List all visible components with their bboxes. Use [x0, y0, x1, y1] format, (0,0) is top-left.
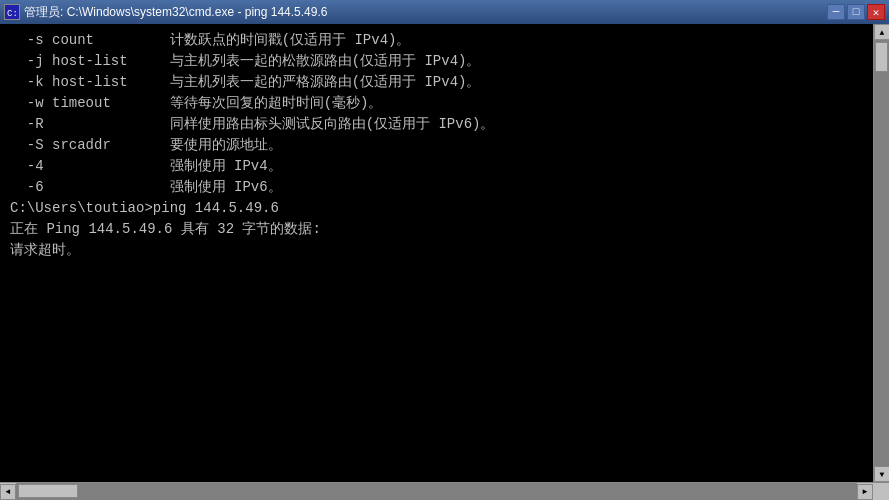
console-line: -k host-list 与主机列表一起的严格源路由(仅适用于 IPv4)。 [10, 72, 863, 93]
scrollbar-track-vertical[interactable] [874, 40, 889, 466]
console-line: 正在 Ping 144.5.49.6 具有 32 字节的数据: [10, 219, 863, 240]
scroll-up-button[interactable]: ▲ [874, 24, 889, 40]
scroll-right-button[interactable]: ► [857, 484, 873, 500]
titlebar-left: C: 管理员: C:\Windows\system32\cmd.exe - pi… [4, 4, 327, 21]
scrollbar-thumb-vertical[interactable] [875, 42, 888, 72]
scrollbar-corner [873, 483, 889, 501]
console-line: 请求超时。 [10, 240, 863, 261]
scrollbar-track-horizontal[interactable] [16, 483, 857, 500]
scrollbar-vertical[interactable]: ▲ ▼ [873, 24, 889, 482]
cmd-icon: C: [4, 4, 20, 20]
scroll-down-button[interactable]: ▼ [874, 466, 889, 482]
close-button[interactable]: ✕ [867, 4, 885, 20]
statusbar: ◄ ► [0, 482, 889, 500]
console-line: -S srcaddr 要使用的源地址。 [10, 135, 863, 156]
maximize-button[interactable]: □ [847, 4, 865, 20]
minimize-button[interactable]: ─ [827, 4, 845, 20]
window-title: 管理员: C:\Windows\system32\cmd.exe - ping … [24, 4, 327, 21]
scroll-left-button[interactable]: ◄ [0, 484, 16, 500]
console-area: -s count 计数跃点的时间戳(仅适用于 IPv4)。 -j host-li… [0, 24, 873, 482]
console-line: -6 强制使用 IPv6。 [10, 177, 863, 198]
titlebar-buttons: ─ □ ✕ [827, 4, 885, 20]
svg-text:C:: C: [7, 9, 18, 19]
console-line: -j host-list 与主机列表一起的松散源路由(仅适用于 IPv4)。 [10, 51, 863, 72]
console-line: -R 同样使用路由标头测试反向路由(仅适用于 IPv6)。 [10, 114, 863, 135]
console-line: -s count 计数跃点的时间戳(仅适用于 IPv4)。 [10, 30, 863, 51]
console-content: -s count 计数跃点的时间戳(仅适用于 IPv4)。 -j host-li… [0, 24, 873, 267]
console-line: C:\Users\toutiao>ping 144.5.49.6 [10, 198, 863, 219]
console-line: -w timeout 等待每次回复的超时时间(毫秒)。 [10, 93, 863, 114]
scrollbar-thumb-horizontal[interactable] [18, 484, 78, 498]
titlebar: C: 管理员: C:\Windows\system32\cmd.exe - pi… [0, 0, 889, 24]
window: C: 管理员: C:\Windows\system32\cmd.exe - pi… [0, 0, 889, 500]
console-line: -4 强制使用 IPv4。 [10, 156, 863, 177]
